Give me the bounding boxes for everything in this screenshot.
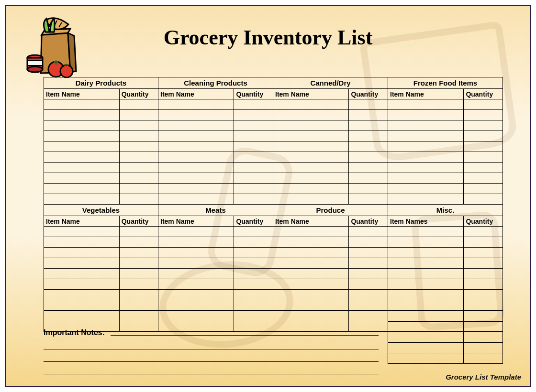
quantity-cell[interactable] (464, 131, 503, 142)
quantity-cell[interactable] (349, 290, 388, 300)
item-name-cell[interactable] (388, 194, 464, 205)
item-name-cell[interactable] (158, 194, 234, 205)
item-name-cell[interactable] (388, 269, 464, 279)
item-name-cell[interactable] (273, 99, 349, 110)
item-name-cell[interactable] (388, 142, 464, 152)
quantity-cell[interactable] (464, 99, 503, 110)
quantity-cell[interactable] (234, 279, 273, 290)
quantity-cell[interactable] (464, 237, 503, 248)
item-name-cell[interactable] (273, 110, 349, 120)
item-name-cell[interactable] (44, 110, 120, 120)
item-name-cell[interactable] (273, 269, 349, 279)
quantity-cell[interactable] (349, 142, 388, 152)
quantity-cell[interactable] (464, 269, 503, 279)
quantity-cell[interactable] (119, 290, 158, 300)
item-name-cell[interactable] (158, 279, 234, 290)
item-name-cell[interactable] (158, 300, 234, 311)
item-name-cell[interactable] (44, 258, 120, 269)
item-name-cell[interactable] (158, 269, 234, 279)
item-name-cell[interactable] (388, 279, 464, 290)
item-name-cell[interactable] (44, 237, 120, 248)
item-name-cell[interactable] (44, 290, 120, 300)
item-name-cell[interactable] (273, 248, 349, 258)
item-name-cell[interactable] (273, 300, 349, 311)
quantity-cell[interactable] (464, 120, 503, 131)
item-name-cell[interactable] (158, 131, 234, 142)
quantity-cell[interactable] (349, 279, 388, 290)
quantity-cell[interactable] (464, 322, 503, 332)
quantity-cell[interactable] (464, 311, 503, 321)
item-name-cell[interactable] (44, 152, 120, 163)
item-name-cell[interactable] (273, 184, 349, 194)
item-name-cell[interactable] (44, 194, 120, 205)
quantity-cell[interactable] (349, 120, 388, 131)
quantity-cell[interactable] (464, 258, 503, 269)
item-name-cell[interactable] (44, 131, 120, 142)
quantity-cell[interactable] (234, 120, 273, 131)
item-name-cell[interactable] (158, 142, 234, 152)
quantity-cell[interactable] (234, 237, 273, 248)
quantity-cell[interactable] (119, 173, 158, 184)
quantity-cell[interactable] (464, 279, 503, 290)
quantity-cell[interactable] (349, 131, 388, 142)
item-name-cell[interactable] (273, 194, 349, 205)
quantity-cell[interactable] (234, 152, 273, 163)
item-name-cell[interactable] (273, 131, 349, 142)
item-name-cell[interactable] (388, 353, 464, 364)
item-name-cell[interactable] (273, 290, 349, 300)
item-name-cell[interactable] (44, 279, 120, 290)
item-name-cell[interactable] (388, 343, 464, 353)
item-name-cell[interactable] (44, 173, 120, 184)
quantity-cell[interactable] (464, 248, 503, 258)
quantity-cell[interactable] (464, 353, 503, 364)
item-name-cell[interactable] (388, 163, 464, 173)
quantity-cell[interactable] (349, 258, 388, 269)
quantity-cell[interactable] (234, 173, 273, 184)
quantity-cell[interactable] (234, 194, 273, 205)
item-name-cell[interactable] (388, 99, 464, 110)
quantity-cell[interactable] (119, 131, 158, 142)
item-name-cell[interactable] (158, 152, 234, 163)
item-name-cell[interactable] (158, 248, 234, 258)
item-name-cell[interactable] (158, 173, 234, 184)
item-name-cell[interactable] (158, 311, 234, 321)
quantity-cell[interactable] (234, 290, 273, 300)
item-name-cell[interactable] (44, 184, 120, 194)
item-name-cell[interactable] (44, 163, 120, 173)
item-name-cell[interactable] (158, 110, 234, 120)
item-name-cell[interactable] (158, 163, 234, 173)
item-name-cell[interactable] (388, 311, 464, 321)
quantity-cell[interactable] (464, 290, 503, 300)
quantity-cell[interactable] (119, 227, 158, 237)
item-name-cell[interactable] (388, 227, 464, 237)
item-name-cell[interactable] (273, 227, 349, 237)
notes-line[interactable] (44, 349, 379, 362)
item-name-cell[interactable] (273, 279, 349, 290)
item-name-cell[interactable] (158, 120, 234, 131)
quantity-cell[interactable] (349, 110, 388, 120)
item-name-cell[interactable] (44, 269, 120, 279)
quantity-cell[interactable] (464, 173, 503, 184)
quantity-cell[interactable] (349, 300, 388, 311)
item-name-cell[interactable] (44, 120, 120, 131)
item-name-cell[interactable] (44, 248, 120, 258)
quantity-cell[interactable] (234, 227, 273, 237)
quantity-cell[interactable] (349, 173, 388, 184)
quantity-cell[interactable] (464, 142, 503, 152)
quantity-cell[interactable] (119, 258, 158, 269)
item-name-cell[interactable] (273, 173, 349, 184)
quantity-cell[interactable] (119, 142, 158, 152)
item-name-cell[interactable] (273, 237, 349, 248)
item-name-cell[interactable] (388, 152, 464, 163)
item-name-cell[interactable] (388, 322, 464, 332)
item-name-cell[interactable] (158, 184, 234, 194)
quantity-cell[interactable] (464, 152, 503, 163)
quantity-cell[interactable] (464, 194, 503, 205)
item-name-cell[interactable] (388, 131, 464, 142)
quantity-cell[interactable] (234, 142, 273, 152)
quantity-cell[interactable] (349, 99, 388, 110)
quantity-cell[interactable] (119, 237, 158, 248)
item-name-cell[interactable] (44, 311, 120, 321)
item-name-cell[interactable] (388, 248, 464, 258)
quantity-cell[interactable] (349, 152, 388, 163)
